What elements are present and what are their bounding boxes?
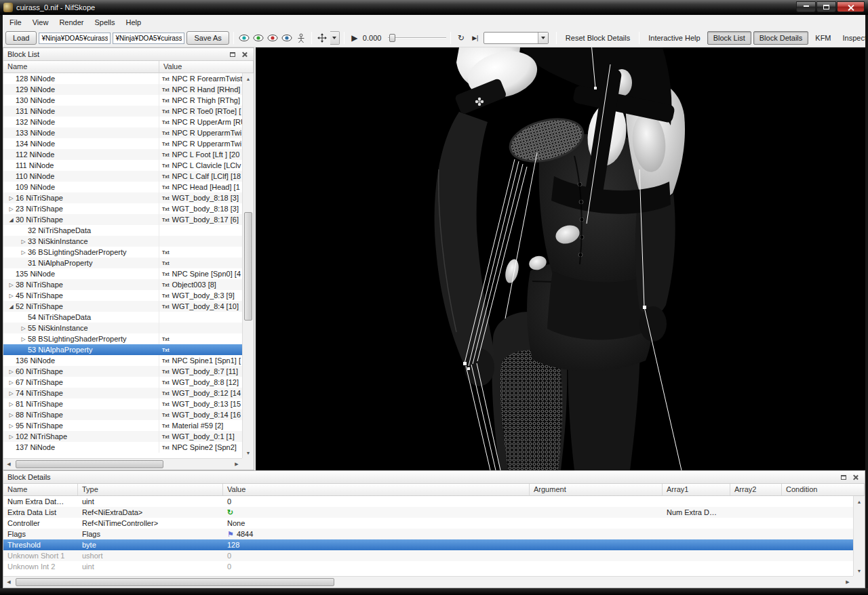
column-header-argument[interactable]: Argument bbox=[530, 484, 663, 495]
block-list-row[interactable]: 110 NiNodeTxtNPC L Calf [LClf] [18 bbox=[3, 171, 242, 182]
menu-render[interactable]: Render bbox=[54, 16, 89, 28]
column-header-name[interactable]: Name bbox=[3, 61, 159, 73]
block-list-row[interactable]: 133 NiNodeTxtNPC R UpperarmTwi bbox=[3, 127, 242, 138]
save-as-button[interactable]: Save As bbox=[186, 31, 229, 45]
scroll-left-icon[interactable]: ◀ bbox=[3, 459, 14, 470]
block-list-row[interactable]: ▷23 NiTriShapeTxtWGT_body_8:18 [3] bbox=[3, 203, 242, 214]
block-list-row[interactable]: 136 NiNodeTxtNPC Spine1 [Spn1] [ bbox=[3, 355, 242, 366]
block-list-row[interactable]: 31 NiAlphaPropertyTxt bbox=[3, 258, 242, 268]
block-list-row[interactable]: ▷95 NiTriShapeTxtMaterial #59 [2] bbox=[3, 420, 242, 431]
block-list-row[interactable]: 137 NiNodeTxtNPC Spine2 [Spn2] bbox=[3, 442, 242, 453]
block-list-row[interactable]: 32 NiTriShapeData bbox=[3, 225, 242, 236]
column-header-type[interactable]: Type bbox=[78, 484, 223, 495]
tree-collapsed-icon[interactable]: ▷ bbox=[7, 206, 16, 212]
block-list-row[interactable]: ▷60 NiTriShapeTxtWGT_body_8:7 [11] bbox=[3, 366, 242, 377]
play-button[interactable]: ▶ bbox=[349, 32, 361, 44]
column-header-value[interactable]: Value bbox=[223, 484, 530, 495]
minimize-button[interactable] bbox=[796, 1, 816, 12]
detail-row[interactable]: FlagsFlags⚑4844 bbox=[3, 529, 853, 539]
tree-collapsed-icon[interactable]: ▷ bbox=[7, 412, 16, 418]
float-dock-button[interactable] bbox=[227, 50, 237, 59]
inspect-button[interactable]: Inspect bbox=[838, 31, 868, 45]
block-list-vertical-scrollbar[interactable]: ▲ ▼ bbox=[242, 73, 254, 458]
tree-collapsed-icon[interactable]: ▷ bbox=[7, 282, 16, 288]
animation-combobox[interactable] bbox=[484, 32, 549, 44]
block-list-row[interactable]: ▷38 NiTriShapeTxtObject003 [8] bbox=[3, 279, 242, 290]
column-header-array2[interactable]: Array2 bbox=[730, 484, 782, 495]
block-list-row[interactable]: ◢52 NiTriShapeTxtWGT_body_8:4 [10] bbox=[3, 301, 242, 312]
eye-teal-icon[interactable] bbox=[238, 32, 250, 44]
detail-row[interactable]: Unknown Short 1ushort0 bbox=[3, 550, 853, 561]
scrollbar-thumb[interactable] bbox=[244, 212, 252, 321]
tree-collapsed-icon[interactable]: ▷ bbox=[7, 369, 16, 375]
detail-value-cell[interactable]: ↻ bbox=[223, 507, 530, 518]
block-list-row[interactable]: ▷36 BSLightingShaderPropertyTxt bbox=[3, 247, 242, 258]
block-list-row[interactable]: 134 NiNodeTxtNPC R UpperarmTwi bbox=[3, 138, 242, 149]
eye-red-icon[interactable] bbox=[267, 32, 279, 44]
block-list-toggle-button[interactable]: Block List bbox=[707, 31, 751, 45]
scrollbar-thumb[interactable] bbox=[16, 460, 163, 468]
block-list-row[interactable]: ▷55 NiSkinInstance bbox=[3, 323, 242, 333]
tree-collapsed-icon[interactable]: ▷ bbox=[19, 239, 28, 245]
block-list-row[interactable]: ▷88 NiTriShapeTxtWGT_body_8:14 [16 bbox=[3, 409, 242, 420]
block-details-horizontal-scrollbar[interactable]: ◀ ▶ bbox=[3, 576, 853, 588]
tree-expanded-icon[interactable]: ◢ bbox=[7, 217, 16, 223]
block-list-row[interactable]: 54 NiTriShapeData bbox=[3, 312, 242, 323]
column-header-array1[interactable]: Array1 bbox=[663, 484, 730, 495]
tree-collapsed-icon[interactable]: ▷ bbox=[7, 423, 16, 429]
tree-collapsed-icon[interactable]: ▷ bbox=[7, 390, 16, 396]
scroll-down-icon[interactable]: ▼ bbox=[243, 447, 254, 458]
block-list-row[interactable]: 130 NiNodeTxtNPC R Thigh [RThg] [ bbox=[3, 95, 242, 106]
block-list-row[interactable]: ◢30 NiTriShapeTxtWGT_body_8:17 [6] bbox=[3, 214, 242, 225]
block-list-horizontal-scrollbar[interactable]: ◀ ▶ bbox=[3, 458, 242, 470]
tree-collapsed-icon[interactable]: ▷ bbox=[7, 401, 16, 407]
loop-animation-icon[interactable]: ↻ bbox=[455, 32, 467, 44]
detail-value-cell[interactable]: 0 bbox=[223, 561, 530, 572]
load-button[interactable]: Load bbox=[5, 31, 37, 45]
3d-model-render[interactable] bbox=[256, 47, 865, 470]
eye-green-icon[interactable] bbox=[252, 32, 264, 44]
detail-value-cell[interactable]: None bbox=[223, 518, 530, 529]
tree-collapsed-icon[interactable]: ▷ bbox=[7, 195, 16, 201]
scroll-left-icon[interactable]: ◀ bbox=[3, 577, 14, 588]
block-list-row[interactable]: 132 NiNodeTxtNPC R UpperArm [RU bbox=[3, 117, 242, 127]
slider-thumb[interactable] bbox=[389, 34, 395, 42]
block-list-row[interactable]: ▷16 NiTriShapeTxtWGT_body_8:18 [3] bbox=[3, 192, 242, 203]
block-list-row[interactable]: 129 NiNodeTxtNPC R Hand [RHnd] [ bbox=[3, 84, 242, 95]
block-details-vertical-scrollbar[interactable]: ▲ ▼ bbox=[853, 496, 865, 576]
tree-expanded-icon[interactable]: ◢ bbox=[7, 304, 16, 310]
time-slider[interactable] bbox=[388, 33, 446, 43]
reset-block-details-button[interactable]: Reset Block Details bbox=[561, 31, 635, 45]
render-viewport[interactable] bbox=[256, 47, 865, 470]
detail-row[interactable]: Num Extra Dat…uint0 bbox=[3, 496, 853, 507]
block-list-row[interactable]: ▷102 NiTriShapeTxtWGT_body_0:1 [1] bbox=[3, 431, 242, 442]
interactive-help-button[interactable]: Interactive Help bbox=[644, 31, 705, 45]
scroll-up-icon[interactable]: ▲ bbox=[243, 73, 254, 84]
scroll-up-icon[interactable]: ▲ bbox=[854, 496, 865, 507]
menu-spells[interactable]: Spells bbox=[89, 16, 120, 28]
block-list-row[interactable]: 109 NiNodeTxtNPC Head [Head] [1 bbox=[3, 182, 242, 192]
scroll-right-icon[interactable]: ▶ bbox=[842, 577, 853, 588]
block-list-dock-titlebar[interactable]: Block List bbox=[3, 48, 254, 61]
detail-row[interactable]: Extra Data ListRef<NiExtraData>↻Num Extr… bbox=[3, 507, 853, 518]
block-details-toggle-button[interactable]: Block Details bbox=[753, 31, 809, 45]
detail-row[interactable]: ControllerRef<NiTimeController>None bbox=[3, 518, 853, 529]
block-list-row[interactable]: 111 NiNodeTxtNPC L Clavicle [LClv bbox=[3, 160, 242, 171]
scrollbar-thumb[interactable] bbox=[16, 578, 334, 586]
column-header-condition[interactable]: Condition bbox=[782, 484, 865, 495]
close-dock-button[interactable] bbox=[850, 473, 861, 482]
menu-help[interactable]: Help bbox=[120, 16, 146, 28]
move-tool-icon[interactable] bbox=[316, 32, 328, 44]
float-dock-button[interactable] bbox=[838, 473, 848, 482]
column-header-name[interactable]: Name bbox=[3, 484, 78, 495]
block-list-row[interactable]: ▷74 NiTriShapeTxtWGT_body_8:12 [14 bbox=[3, 388, 242, 398]
column-header-value[interactable]: Value bbox=[159, 61, 254, 73]
detail-value-cell[interactable]: 128 bbox=[223, 539, 530, 550]
tree-collapsed-icon[interactable]: ▷ bbox=[7, 293, 16, 299]
titlebar[interactable]: cuirass_0.nif - NifSkope bbox=[0, 0, 868, 15]
tree-collapsed-icon[interactable]: ▷ bbox=[19, 325, 28, 331]
close-dock-button[interactable] bbox=[239, 50, 250, 59]
block-list-row[interactable]: 112 NiNodeTxtNPC L Foot [Lft ] [20 bbox=[3, 149, 242, 160]
block-list-row[interactable]: ▷81 NiTriShapeTxtWGT_body_8:13 [15 bbox=[3, 398, 242, 409]
block-list-row[interactable]: ▷33 NiSkinInstance bbox=[3, 236, 242, 247]
